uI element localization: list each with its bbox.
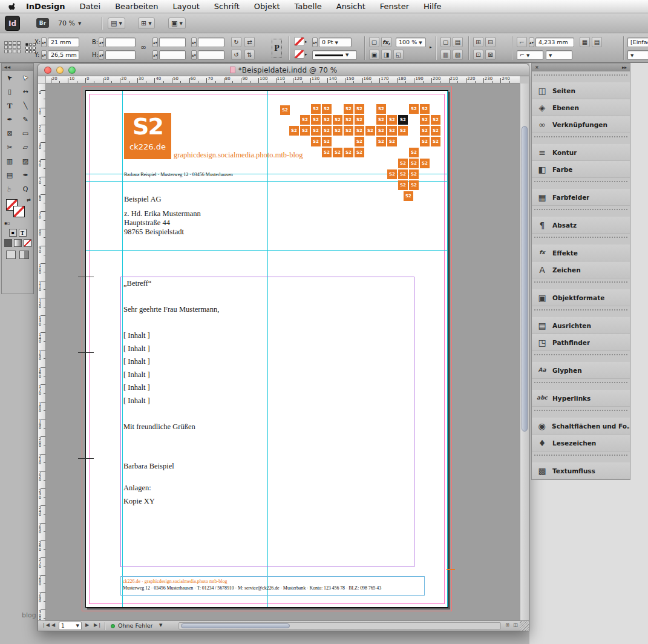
normal-view-button[interactable] [6, 251, 16, 259]
flyout-arrow-icon[interactable]: ▸ [305, 39, 307, 44]
select-container-button[interactable]: ▦ [580, 37, 590, 47]
scale-y-stepper[interactable]: ▲▼ [152, 50, 158, 60]
preflight-label[interactable]: Ohne Fehler [118, 622, 153, 629]
center-content-button[interactable]: ⊡ [473, 50, 483, 60]
menu-layout[interactable]: Layout [173, 2, 200, 11]
selection-tool[interactable]: ➤ [2, 71, 18, 85]
opacity-field[interactable]: 100 % ▼ [396, 38, 426, 47]
gradient-feather-tool[interactable]: ▨ [18, 154, 33, 168]
menu-objekt[interactable]: Objekt [254, 2, 280, 11]
corner-radius-field[interactable]: 4,233 mm [535, 38, 574, 47]
flip-horizontal-button[interactable]: ⇄ [244, 37, 255, 47]
transparency-button[interactable]: ◨ [381, 50, 391, 60]
fit-frame-button[interactable]: ⊟ [485, 37, 496, 47]
note-tool[interactable]: ▤ [2, 168, 18, 182]
pencil-tool[interactable]: ✎ [18, 113, 33, 126]
y-field[interactable]: 26,5 mm [48, 50, 79, 60]
panel-button-farbfelder[interactable]: ▦Farbfelder [532, 189, 630, 206]
object-style-dropdown[interactable]: [Einfach [627, 38, 648, 47]
vertical-scrollbar-thumb[interactable] [522, 126, 528, 432]
line-tool[interactable]: ╲ [18, 99, 33, 113]
minimize-button[interactable] [56, 67, 64, 74]
panel-button-lesezeichen[interactable]: ♦Lesezeichen [532, 435, 630, 452]
stroke-weight-field[interactable]: 0 Pt ▼ [319, 38, 352, 47]
scale-x-field[interactable] [159, 38, 186, 47]
menu-bearbeiten[interactable]: Bearbeiten [115, 2, 158, 11]
select-content-button[interactable]: ▤ [592, 37, 602, 47]
apply-gradient-button[interactable] [14, 239, 22, 247]
page[interactable]: S2 ck226.de graphicdesign.socialmedia.ph… [85, 90, 448, 608]
body-text-frame[interactable]: „Betreff“ Sehr geehrte Frau Mustermann, … [120, 277, 414, 567]
rectangle-tool[interactable]: ▭ [18, 126, 33, 140]
scissors-tool[interactable]: ✂ [2, 140, 18, 154]
panel-button-farbe[interactable]: ◧Farbe [532, 161, 630, 178]
rotation-stepper[interactable]: ▲▼ [191, 38, 197, 47]
previous-page-button[interactable]: ◀ [51, 622, 55, 628]
object-style-caret[interactable]: ▼ [627, 50, 648, 60]
panel-button-hyperlinks[interactable]: abcHyperlinks [532, 390, 630, 407]
column-guide[interactable] [447, 91, 448, 607]
rotate-ccw-button[interactable]: ↺ [231, 50, 241, 60]
text-wrap-object-button[interactable]: ▥ [440, 50, 451, 60]
eyedropper-tool[interactable]: ✒ [18, 168, 33, 182]
panel-button-ausrichten[interactable]: ▤Ausrichten [532, 317, 630, 334]
last-page-button[interactable]: ▶❘ [94, 622, 102, 628]
menu-indesign[interactable]: InDesign [26, 2, 65, 11]
rotation-angle-field[interactable] [198, 38, 224, 47]
split-view-button[interactable]: ⊞ [505, 622, 509, 628]
pasteboard[interactable]: S2 ck226.de graphicdesign.socialmedia.ph… [46, 84, 520, 620]
constrain-proportions-icon[interactable]: ∞ [140, 43, 146, 51]
scale-y-field[interactable] [159, 50, 186, 60]
fill-frame-button[interactable]: ⊠ [485, 50, 496, 60]
ruler-corner[interactable] [38, 76, 46, 84]
scale-x-stepper[interactable]: ▲▼ [152, 38, 158, 47]
panel-button-verknüpfungen[interactable]: ∞Verknüpfungen [532, 116, 630, 133]
panel-button-schaltflächen-und-fo[interactable]: ◉Schaltflächen und Fo... [532, 418, 630, 435]
width-field[interactable] [105, 38, 136, 47]
window-titlebar[interactable]: *Beispieldatei.indd @ 70 % [38, 64, 529, 76]
fill-color-swatch[interactable] [294, 37, 304, 46]
window-resize-grip[interactable] [520, 621, 529, 631]
footer-frame[interactable]: ck226.de · graphicdesign.socialmedia.pho… [120, 576, 425, 596]
zoom-level-dropdown[interactable]: 70 % ▼ [58, 18, 81, 28]
panel-button-effekte[interactable]: fxEffekte [532, 245, 630, 261]
text-wrap-jump-button[interactable]: ▧ [453, 50, 463, 60]
y-stepper[interactable]: ▲▼ [41, 50, 47, 60]
corner-options-icon[interactable]: ⌐ [517, 37, 527, 47]
height-stepper[interactable]: ▲▼ [99, 50, 104, 60]
text-wrap-none-button[interactable]: ▢ [440, 37, 451, 47]
shear-stepper[interactable]: ▲▼ [191, 50, 197, 60]
page-tool[interactable]: ▯ [2, 85, 18, 99]
text-wrap-bounding-button[interactable]: ▤ [453, 37, 463, 47]
rectangle-frame-tool[interactable]: ⊠ [2, 126, 18, 140]
drop-shadow-button[interactable]: ▣ [369, 50, 379, 60]
apple-menu-icon[interactable] [8, 2, 16, 11]
formatting-affects-text-button[interactable]: T [19, 229, 27, 237]
dock-collapse-button[interactable]: ▸▸ [622, 65, 627, 70]
stroke-style-dropdown[interactable]: ▼ [312, 50, 357, 60]
view-options-dropdown[interactable]: ▤▼ [108, 18, 125, 29]
default-fill-stroke-icon[interactable]: ▪▫ [4, 221, 10, 226]
preflight-menu-caret[interactable]: ▼ [159, 622, 162, 628]
pen-tool[interactable]: ✒ [2, 113, 18, 126]
height-field[interactable] [105, 50, 136, 60]
apply-color-button[interactable] [4, 239, 12, 247]
screen-mode-dropdown[interactable]: ▣▼ [168, 18, 186, 29]
company-logo[interactable]: S2 ck226.de [124, 113, 171, 159]
panel-button-textumfluss[interactable]: ▩Textumfluss [532, 462, 630, 479]
swap-fill-stroke-icon[interactable]: ⇄ [27, 197, 31, 203]
menu-ansicht[interactable]: Ansicht [336, 2, 365, 11]
v-ruler[interactable]: 01 02 03 04 05 06 07 08 09 01 0 01 1 01 … [38, 84, 46, 620]
panel-button-kontur[interactable]: ≡Kontur [532, 144, 630, 161]
gradient-swatch-tool[interactable]: ▥ [2, 154, 18, 168]
corner-radius-stepper[interactable]: ▲▼ [529, 38, 534, 47]
panel-button-zeichen[interactable]: AZeichen [532, 261, 630, 278]
object-effects-button[interactable]: ▢ [369, 37, 379, 47]
row-guide[interactable] [86, 181, 448, 182]
panel-button-objektformate[interactable]: ▣Objektformate [532, 289, 630, 306]
dock-close-button[interactable]: ✕ [535, 65, 539, 70]
preview-view-button[interactable] [19, 251, 29, 259]
menu-fenster[interactable]: Fenster [380, 2, 409, 11]
apply-none-button[interactable] [24, 239, 31, 247]
fit-content-button[interactable]: ⊞ [473, 37, 483, 47]
